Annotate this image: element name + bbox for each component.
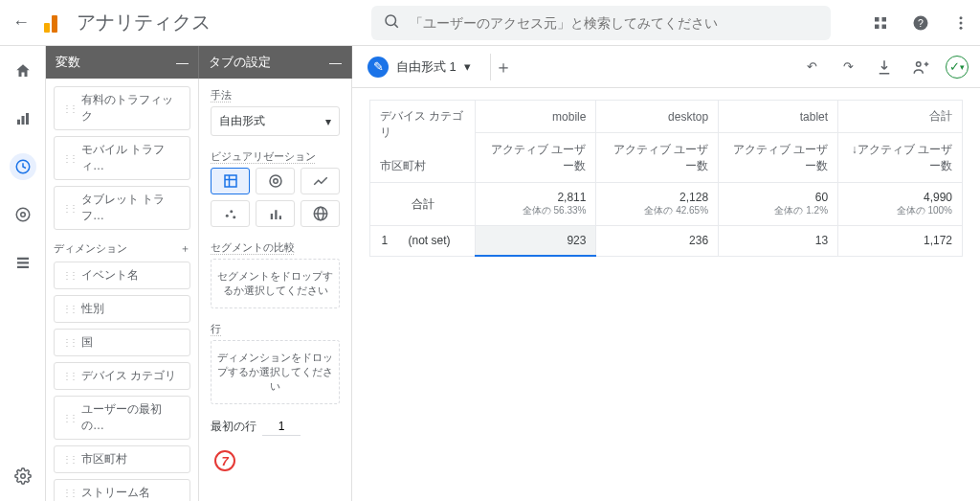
step-badge: 7 (214, 450, 235, 471)
first-row-input[interactable] (262, 418, 301, 436)
chevron-down-icon[interactable]: ▾ (464, 59, 471, 74)
undo-icon[interactable]: ↶ (800, 56, 823, 79)
svg-rect-31 (278, 216, 280, 219)
add-dimension-icon[interactable]: ＋ (180, 241, 190, 256)
nav-configure-icon[interactable] (10, 249, 36, 276)
row-index: 1 (370, 226, 399, 257)
svg-rect-18 (17, 262, 29, 263)
rows-dropzone[interactable]: ディメンションをドロップするか選択してください (211, 340, 340, 404)
viz-donut-icon[interactable] (256, 168, 295, 194)
collapse-icon[interactable]: — (176, 56, 189, 70)
data-cell: 1,172 (838, 226, 963, 257)
variables-title: 変数 (56, 54, 80, 71)
col-header-total[interactable]: 合計 (838, 101, 963, 133)
tab-settings-title: タブの設定 (209, 54, 271, 71)
search-input[interactable] (410, 15, 819, 31)
metric-header[interactable]: アクティブ ユーザー数 (596, 133, 719, 183)
svg-rect-3 (882, 17, 887, 22)
table-row[interactable]: 1 (not set) 923 236 13 1,172 (370, 226, 963, 257)
method-dropdown[interactable]: 自由形式 ▾ (211, 106, 340, 136)
viz-geo-icon[interactable] (301, 200, 340, 227)
row-label: (not set) (399, 226, 476, 257)
search-icon (383, 12, 400, 33)
variables-panel: 変数 — 有料のトラフィック モバイル トラフィ… タブレット トラフ… ディメ… (46, 46, 199, 501)
metric-header-sort[interactable]: ↓アクティブ ユーザー数 (838, 133, 963, 183)
svg-point-15 (16, 208, 30, 221)
apps-icon[interactable] (869, 11, 892, 34)
back-button[interactable]: ← (8, 10, 34, 36)
segment-chip[interactable]: モバイル トラフィ… (54, 136, 190, 180)
nav-home-icon[interactable] (10, 57, 36, 84)
svg-point-26 (225, 215, 228, 217)
col-header[interactable]: desktop (596, 101, 719, 133)
svg-point-9 (960, 21, 963, 24)
total-cell: 4,990全体の 100% (838, 183, 963, 226)
viz-scatter-icon[interactable] (211, 200, 250, 227)
dimension-chip[interactable]: 性別 (54, 295, 190, 323)
data-cell: 923 (476, 226, 596, 257)
segment-chip[interactable]: タブレット トラフ… (54, 186, 190, 230)
dimension-chip[interactable]: デバイス カテゴリ (54, 362, 190, 390)
svg-rect-2 (875, 17, 880, 22)
dimension-chip[interactable]: ユーザーの最初の… (54, 396, 190, 440)
first-row-label: 最初の行 (211, 419, 256, 435)
canvas: ✎ 自由形式 1 ▾ ＋ ↶ ↷ ✓▾ デバイス カテゴリ 市区町村 (352, 46, 980, 501)
svg-rect-21 (225, 175, 236, 187)
download-icon[interactable] (873, 56, 896, 79)
dimension-chip[interactable]: ストリーム名 (54, 479, 190, 501)
viz-bar-icon[interactable] (256, 200, 295, 227)
topbar: ← アナリティクス ? (0, 0, 980, 46)
add-tab-button[interactable]: ＋ (490, 54, 517, 80)
redo-icon[interactable]: ↷ (836, 56, 859, 79)
collapse-icon[interactable]: — (329, 56, 342, 70)
viz-line-icon[interactable] (301, 168, 340, 194)
svg-rect-29 (270, 214, 272, 219)
method-label: 手法 (211, 88, 340, 102)
segment-chip[interactable]: 有料のトラフィック (54, 86, 190, 130)
chevron-down-icon: ▾ (325, 115, 331, 128)
segment-dropzone[interactable]: セグメントをドロップするか選択してください (211, 259, 340, 308)
svg-rect-30 (275, 210, 277, 219)
dimension-section-label: ディメンション ＋ (54, 241, 190, 256)
svg-point-20 (20, 474, 25, 479)
app-title: アナリティクス (77, 10, 211, 35)
row-dimension-header: デバイス カテゴリ 市区町村 (370, 101, 476, 183)
dimension-chip[interactable]: 市区町村 (54, 445, 190, 473)
svg-point-35 (917, 61, 922, 66)
svg-point-25 (273, 179, 278, 184)
viz-table-icon[interactable] (211, 168, 250, 194)
svg-rect-13 (26, 113, 29, 125)
dimension-chip[interactable]: 国 (54, 329, 190, 356)
canvas-toolbar: ✎ 自由形式 1 ▾ ＋ ↶ ↷ ✓▾ (352, 46, 980, 88)
metric-header[interactable]: アクティブ ユーザー数 (476, 133, 596, 183)
share-icon[interactable] (909, 56, 932, 79)
more-icon[interactable] (949, 11, 972, 34)
data-cell: 13 (719, 226, 838, 257)
status-ok-icon[interactable]: ✓▾ (946, 56, 969, 79)
nav-settings-icon[interactable] (10, 463, 36, 490)
viz-picker (211, 168, 340, 227)
sub-row-header: 市区町村 (380, 158, 465, 174)
col-header[interactable]: tablet (719, 101, 838, 133)
dimension-chip[interactable]: イベント名 (54, 262, 190, 289)
tab-settings-header: タブの設定 — (199, 46, 352, 79)
nav-reports-icon[interactable] (10, 105, 36, 132)
nav-advertising-icon[interactable] (10, 201, 36, 228)
nav-explore-icon[interactable] (10, 153, 36, 180)
col-header[interactable]: mobile (476, 101, 596, 133)
svg-point-24 (270, 175, 281, 187)
tab-settings-panel: タブの設定 — 手法 自由形式 ▾ ビジュアリゼーション セグメントの比較 セグ… (199, 46, 352, 501)
analytics-logo-icon (42, 11, 65, 34)
topbar-actions: ? (869, 11, 972, 34)
search-box[interactable] (371, 6, 831, 40)
data-cell: 236 (596, 226, 719, 257)
canvas-tab[interactable]: ✎ 自由形式 1 ▾ (364, 53, 475, 81)
svg-point-27 (230, 210, 233, 213)
help-icon[interactable]: ? (909, 11, 932, 34)
svg-rect-4 (875, 24, 880, 29)
metric-header[interactable]: アクティブ ユーザー数 (719, 133, 838, 183)
total-cell: 2,128全体の 42.65% (596, 183, 719, 226)
data-table: デバイス カテゴリ 市区町村 mobile desktop tablet 合計 … (352, 88, 980, 268)
svg-rect-19 (17, 266, 29, 268)
canvas-tab-label: 自由形式 1 (396, 58, 457, 76)
